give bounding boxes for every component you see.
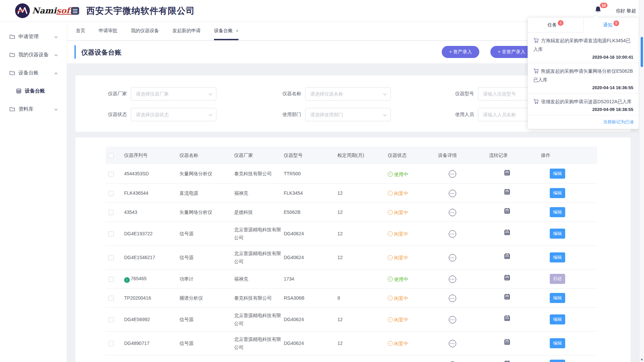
notification-item[interactable]: 熊妮发起的采购申请矢量网络分析仪E5062B已入库2020-04-14 16:3…: [528, 63, 639, 94]
edit-button[interactable]: 编辑: [550, 360, 565, 362]
page-scrollbar[interactable]: ▼: [639, 0, 644, 362]
notification-item[interactable]: 方海娟发起的采购申请直流电源FLK3454已入库2020-04-16 10:00…: [528, 33, 639, 63]
sidebar-subitem-equipment-ledger[interactable]: 设备台账: [0, 82, 67, 100]
transfer-record-calendar-icon[interactable]: [504, 339, 511, 345]
device-detail-ellipsis-icon[interactable]: ···: [449, 190, 456, 197]
row-checkbox[interactable]: [108, 231, 114, 237]
tabbar-tab-active[interactable]: 设备台账×: [214, 21, 238, 40]
select-all-checkbox[interactable]: [108, 153, 114, 158]
row-checkbox[interactable]: [108, 210, 114, 215]
device-detail-ellipsis-icon[interactable]: ···: [449, 316, 456, 323]
edit-button[interactable]: 编辑: [550, 207, 565, 217]
row-checkbox[interactable]: [108, 277, 114, 282]
device-detail-ellipsis-icon[interactable]: ···: [449, 340, 456, 347]
sidebar-collapse-icon[interactable]: [71, 7, 79, 15]
edit-button[interactable]: 编辑: [550, 188, 565, 198]
tabbar-tab[interactable]: 发起新的申请: [172, 21, 201, 40]
cell-name: 信号源: [179, 331, 234, 355]
row-checkbox[interactable]: [108, 296, 114, 301]
device-detail-ellipsis-icon[interactable]: ···: [449, 254, 456, 261]
cell-status: –闲置中: [388, 183, 438, 202]
instrument-name-field[interactable]: [305, 87, 391, 101]
manufacturer-field[interactable]: [131, 87, 216, 101]
transfer-record-calendar-icon[interactable]: [504, 229, 511, 236]
sidebar-item-equipment-ledger[interactable]: 设备台账: [0, 64, 67, 82]
table-row: TP20200416频谱分析仪泰克科技有限公司RSA306B8–闲置中···编辑: [106, 288, 597, 307]
tabbar-tab[interactable]: 申请审批: [99, 21, 117, 40]
cell-checkbox: [106, 269, 124, 288]
table-body: 4544353SD矢量网络分析仪泰克科技有限公司TTR500✓使用中···编辑F…: [106, 164, 597, 362]
transfer-record-calendar-icon[interactable]: [504, 293, 511, 300]
row-checkbox[interactable]: [108, 255, 114, 260]
edit-button[interactable]: 编辑: [550, 229, 565, 239]
cell-checkbox: [106, 307, 124, 331]
tab-tasks[interactable]: 任务1: [528, 18, 584, 33]
transfer-record-calendar-icon[interactable]: [504, 188, 511, 195]
non-asset-entry-button[interactable]: + 非资产录入: [490, 46, 533, 58]
notification-time: 2020-04-16 10:00:41: [533, 55, 633, 60]
bell-unread-badge: 10: [600, 2, 608, 8]
cell-name: 频谱分析仪: [179, 288, 234, 307]
cell-checkbox: [106, 183, 124, 202]
return-button[interactable]: 归还: [550, 274, 565, 284]
tab-close-icon[interactable]: ×: [236, 28, 238, 34]
cell-status: –闲置中: [388, 202, 438, 222]
chevron-down-icon: [54, 35, 58, 40]
grid-icon: [16, 88, 21, 94]
cell-checkbox: [106, 202, 124, 222]
cell-name: 矢量网络分析仪: [179, 202, 234, 222]
status-field[interactable]: [131, 108, 216, 121]
device-detail-ellipsis-icon[interactable]: ···: [449, 209, 456, 216]
department-field[interactable]: [305, 108, 391, 121]
transfer-record-calendar-icon[interactable]: [504, 169, 511, 176]
edit-button[interactable]: 编辑: [550, 338, 565, 348]
row-checkbox[interactable]: [108, 172, 114, 177]
cell-detail: ···: [438, 222, 489, 245]
tabbar-tab[interactable]: 首页: [76, 21, 85, 40]
column-header: 仪器厂家: [234, 146, 284, 164]
device-detail-ellipsis-icon[interactable]: ···: [449, 295, 456, 302]
sidebar-item-label: 我的仪器设备: [18, 52, 49, 58]
transfer-record-calendar-icon[interactable]: [504, 274, 511, 281]
row-checkbox[interactable]: [108, 191, 114, 196]
sidebar-item-archive[interactable]: 资料库: [0, 100, 67, 118]
sidebar-item-my-instruments[interactable]: 我的仪器设备: [0, 46, 67, 64]
minus-circle-icon: –: [388, 341, 393, 346]
tabbar-tab[interactable]: 我的仪器设备: [131, 21, 159, 40]
edit-button[interactable]: 编辑: [550, 293, 565, 303]
device-detail-ellipsis-icon[interactable]: ···: [449, 170, 456, 178]
cell-status: ✓使用中: [388, 269, 438, 288]
edit-button[interactable]: 编辑: [550, 169, 565, 179]
cell-records: [489, 269, 541, 288]
scrollbar-thumb[interactable]: [641, 37, 643, 67]
table-row: DG4890717信号源北京普源精电科技有限公司DG4062412–闲置中···…: [106, 331, 597, 355]
transfer-record-calendar-icon[interactable]: [504, 315, 511, 321]
mark-read-link[interactable]: 当前标记为已读: [528, 115, 639, 129]
transfer-record-calendar-icon[interactable]: [504, 360, 511, 362]
cell-name: 信号源: [179, 307, 234, 331]
row-checkbox[interactable]: [108, 317, 114, 322]
filter-select-status: [131, 108, 216, 121]
transfer-record-calendar-icon[interactable]: [504, 253, 511, 259]
device-detail-ellipsis-icon[interactable]: ···: [449, 276, 456, 283]
status-badge: ✓使用中: [388, 170, 408, 178]
edit-button[interactable]: 编辑: [550, 252, 565, 262]
asset-entry-button[interactable]: + 资产录入: [442, 46, 479, 58]
popover-tabs: 任务1 通知9: [528, 18, 639, 33]
device-detail-ellipsis-icon[interactable]: ···: [449, 230, 456, 238]
status-text: 闲置中: [394, 230, 408, 238]
notification-item[interactable]: 张熳发起的采购申请示波器DS2012A已入库2020-04-09 18:38:5…: [528, 94, 639, 115]
sidebar-item-label: 资料库: [18, 106, 34, 112]
tab-notices[interactable]: 通知9: [584, 18, 639, 33]
sidebar-item-apply-management[interactable]: 申请管理: [0, 27, 67, 46]
chevron-down-icon: [54, 53, 58, 58]
column-header: 仪器状态: [388, 146, 438, 164]
column-header: 检定周期(月): [337, 146, 388, 164]
tab-label: 发起新的申请: [172, 28, 201, 34]
edit-button[interactable]: 编辑: [550, 314, 565, 324]
notices-badge: 9: [613, 20, 619, 26]
transfer-record-calendar-icon[interactable]: [504, 207, 511, 214]
notification-popover: 任务1 通知9 方海娟发起的采购申请直流电源FLK3454已入库2020-04-…: [528, 17, 639, 129]
scroll-down-arrow[interactable]: ▼: [639, 358, 644, 361]
row-checkbox[interactable]: [108, 341, 114, 346]
